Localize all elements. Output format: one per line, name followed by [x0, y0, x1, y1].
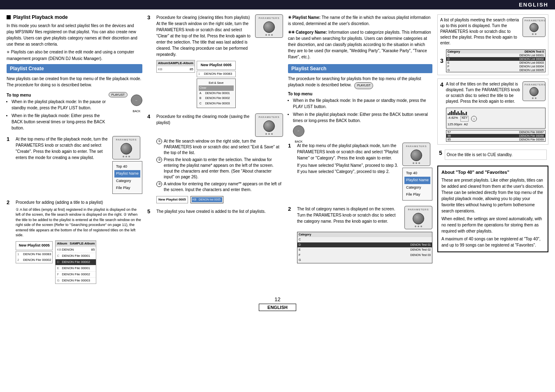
step3-menu: Exit & Save Clear ADENON File 00001 BDEN… [197, 78, 236, 108]
right-left-section: ✳ Playlist Name: The name of the file in… [288, 14, 432, 288]
clear-menu-item: Clear [199, 85, 234, 91]
playlist-search-title: Playlist Search [288, 64, 432, 73]
about-box-body: These are preset playlists. Like other p… [441, 177, 544, 248]
playlist-button-visual: PLAYLIST [109, 92, 128, 97]
step2-file-search: Album SAMPLE-Album KB DENON 85 C DENON F… [55, 240, 96, 284]
step2-playlist-panel: New Playlist 0005 1 DENON File 00083 2 D… [16, 240, 53, 284]
to-top-menu-heading: To top menu [7, 93, 106, 97]
step3-right-panel: New Playlist 0005 1 DENON File 00083 Exi… [197, 60, 236, 109]
step4-track-list: 57DENON File 00067 98DENON File 00068 85… [446, 130, 546, 142]
search-step-3-panel: A list of playlists meeting the search c… [437, 14, 548, 75]
page-footer: 12 ENGLISH [0, 293, 555, 314]
right-right-section: A list of playlists meeting the search c… [437, 14, 548, 288]
step1-menu: Top 40 Playlist Name Category File Play [112, 161, 142, 194]
left-column: Playlist Playback mode In this mode you … [7, 14, 142, 288]
step3-right-cat-screen: Category DENON Test 0 CDENON List 00001 … [446, 49, 546, 72]
search-step-2: 2 The list of category names is displaye… [288, 206, 432, 263]
step-5-middle: 5 The playlist you have created is added… [147, 208, 283, 214]
search-step-4-panel: 4 A list of the titles on the select pla… [437, 78, 548, 145]
step-3-middle: 3 Procedure for clearing (clearing title… [147, 14, 283, 109]
step4-visuals: New Playlist 0005 KB DENON list 0005 [156, 195, 283, 204]
playlist-create-body: New playlists can be created from the to… [7, 76, 142, 88]
step2-visuals: New Playlist 0005 1 DENON File 00083 2 D… [16, 240, 142, 284]
params-device-step4r: PARAMETERS [522, 81, 546, 101]
search-to-top-menu-heading: To top menu [288, 92, 432, 96]
page-number: 12 [3, 296, 552, 302]
top-menu-bullets: When in the playlist playback mode: In t… [7, 99, 106, 131]
about-box-title: About "Top 40" and "Favorites" [441, 170, 544, 175]
search-step-1: 1 At the top menu of the playlist playba… [288, 143, 432, 202]
playlist-search-intro: The procedure for searching for playlist… [288, 76, 432, 89]
step3-visuals: Album SAMPLE-Album KB 85 New Pla [156, 60, 283, 109]
step-1-left: 1 At the top menu of the file playback m… [7, 136, 142, 195]
search-step-5: 5 Once the title is set to CUE standby. [437, 148, 548, 161]
back-button-visual: ← BACK [131, 95, 142, 107]
right-columns: ✳ Playlist Name: The name of the file in… [288, 14, 548, 288]
playlist-create-title: Playlist Create [7, 64, 142, 73]
to-top-menu-section: To top menu When in the playlist playbac… [7, 90, 142, 132]
search-top-menu-bullets: When in the file playback mode: In the p… [288, 97, 432, 138]
playback-mode-intro: In this mode you search for and select p… [7, 23, 142, 62]
header-bar: ENGLISH [0, 0, 555, 9]
params-device-step3: PARAMETERS [255, 14, 283, 38]
header-title: ENGLISH [519, 2, 548, 8]
params-device-search1: PARAMETERS [402, 143, 430, 166]
playlist-name-section: ✳ Playlist Name: The name of the file in… [288, 14, 432, 60]
params-device-search2: PARAMETERS [404, 206, 432, 229]
category-screen: Category C DDENON Test 01 EDENON Test 02… [297, 232, 432, 263]
square-icon [7, 15, 11, 19]
middle-column: 3 Procedure for clearing (clearing title… [147, 14, 283, 288]
step-4-middle: 4 Procedure for exiting the clearing mod… [147, 113, 283, 204]
step3-left-panel: Album SAMPLE-Album KB 85 [156, 60, 195, 73]
playback-mode-heading: Playlist Playback mode [7, 14, 142, 20]
params-device-step1: PARAMETERS [112, 136, 140, 159]
params-device-step4: PARAMETERS [255, 113, 283, 137]
step-2-left: 2 Procedure for adding (adding a title t… [7, 199, 142, 284]
about-box: About "Top 40" and "Favorites" These are… [437, 166, 548, 252]
search-step1-menu: Top 40 Playlist Name Category File Play [402, 168, 432, 201]
footer-english-label: ENGLISH [259, 304, 296, 311]
params-device-step3r: PARAMETERS [522, 17, 546, 37]
playback-screen: -4.62% KEY ○ 125.00pm A2 [446, 108, 546, 129]
